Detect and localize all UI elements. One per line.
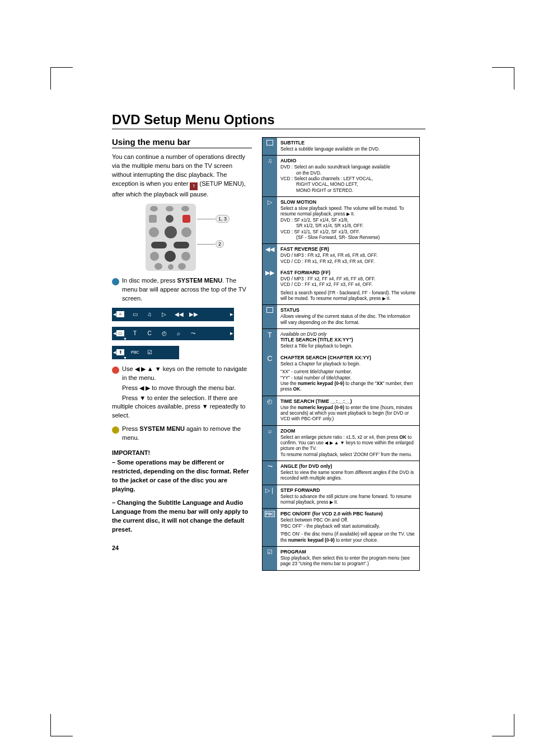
table-row: ▷SLOW MOTIONSelect a slow playback speed… <box>263 197 419 244</box>
table-cell-text: PBC ON/OFF (for VCD 2.0 with PBC feature… <box>277 509 419 546</box>
table-row: ◀◀FAST REVERSE (FR)DVD / MP3 : FR x2, FR… <box>263 244 419 267</box>
important-heading: IMPORTANT! <box>112 449 252 456</box>
bar-icon: ≡ <box>116 311 124 317</box>
table-row: STATUSAllows viewing of the current stat… <box>263 305 419 329</box>
bar-icon: ⬆ <box>116 349 124 355</box>
bar-icon: ▷ <box>160 311 168 317</box>
step-number-1: 1 <box>112 278 119 285</box>
table-row: PBCPBC ON/OFF (for VCD 2.0 with PBC feat… <box>263 509 419 546</box>
table-cell-text: CHAPTER SEARCH (CHAPTER XX:YY)Select a C… <box>277 353 419 396</box>
bar-icon: ♫ <box>146 311 153 317</box>
page-title: DVD Setup Menu Options <box>112 112 425 129</box>
table-row: ▷❘STEP FORWARDSelect to advance the stil… <box>263 485 419 509</box>
bar-icon: ⌕ <box>175 330 182 336</box>
step-number-2: 2 <box>112 367 119 374</box>
crop-mark <box>50 714 73 736</box>
bar-icon: C <box>146 330 153 336</box>
menu-bar-illustration: ◀ ≡ ▭ ♫ ▷ ◀◀ ▶▶ ▶ ◀ ▭ ▼ T C ◴ ⌕ <box>112 308 234 359</box>
intro-text: You can continue a number of operations … <box>112 153 252 199</box>
angle-icon: ⤳ <box>263 461 277 485</box>
table-row: ⤳ANGLE (for DVD only)Select to view the … <box>263 461 419 485</box>
table-row: ♫AUDIODVD : Select an audio soundtrack l… <box>263 156 419 197</box>
ff-icon: ▶▶ <box>263 267 277 304</box>
table-cell-text: FAST REVERSE (FR)DVD / MP3 : FR x2, FR x… <box>277 244 419 267</box>
program-icon: ☑ <box>263 547 277 570</box>
important-p1: – Some operations may be different or re… <box>112 458 252 494</box>
table-cell-text: STEP FORWARDSelect to advance the still … <box>277 485 419 509</box>
section-heading: Using the menu bar <box>112 137 252 148</box>
table-cell-text: Available on DVD onlyTITLE SEARCH (TITLE… <box>277 329 419 353</box>
left-column: Using the menu bar You can continue a nu… <box>112 137 252 571</box>
setup-menu-icon: T <box>190 182 198 190</box>
callout-2: 2 <box>216 240 224 248</box>
crop-mark <box>50 67 73 90</box>
bar-icon: ◀◀ <box>175 311 182 317</box>
step-icon: ▷❘ <box>263 485 277 509</box>
bar-icon: PBC <box>131 350 139 354</box>
table-row: ▶▶FAST FORWARD (FF)DVD / MP3 : FF x2, FF… <box>263 267 419 305</box>
time-icon: ◴ <box>263 396 277 425</box>
table-row: ⌕ZOOMSelect an enlarge picture ratio : x… <box>263 426 419 461</box>
table-cell-text: AUDIODVD : Select an audio soundtrack la… <box>277 156 419 196</box>
step-2b: Press ◀ ▶ to move through the menu bar. <box>122 384 252 393</box>
crop-mark <box>492 714 514 736</box>
table-cell-text: TIME SEARCH (TIME __:__:__)Use the numer… <box>277 396 419 425</box>
table-row: TAvailable on DVD onlyTITLE SEARCH (TITL… <box>263 329 419 353</box>
step-3: 3 Press SYSTEM MENU again to remove the … <box>122 425 252 443</box>
table-cell-text: STATUSAllows viewing of the current stat… <box>277 305 419 328</box>
table-cell-text: ZOOMSelect an enlarge picture ratio : x1… <box>277 426 419 461</box>
slow-icon: ▷ <box>263 197 277 243</box>
bar-icon: T <box>131 330 139 336</box>
table-row: ◴TIME SEARCH (TIME __:__:__)Use the nume… <box>263 396 419 426</box>
callout-1-3: 1, 3 <box>216 215 229 223</box>
table-cell-text: SLOW MOTIONSelect a slow playback speed.… <box>277 197 419 243</box>
important-p2: – Changing the Subtitle Language and Aud… <box>112 499 252 534</box>
remote-illustration: 1, 3 2 <box>134 204 229 271</box>
table-row: CCHAPTER SEARCH (CHAPTER XX:YY)Select a … <box>263 353 419 396</box>
bar-icon: ▭ <box>131 311 139 317</box>
right-column: SUBTITLESelect a subtitle language avail… <box>262 137 420 571</box>
audio-icon: ♫ <box>263 156 277 196</box>
table-cell-text: FAST FORWARD (FF)DVD / MP3 : FF x2, FF x… <box>277 267 419 304</box>
step-1: 1 In disc mode, press SYSTEM MENU. The m… <box>122 276 252 303</box>
zoom-icon: ⌕ <box>263 426 277 461</box>
bar-icon: ▭ <box>116 330 124 336</box>
subtitle-icon <box>263 138 277 155</box>
page-number: 24 <box>112 544 252 551</box>
title-icon: T <box>263 329 277 353</box>
step-2c: Press ▼ to enter the selection. If there… <box>112 394 252 421</box>
crop-mark <box>492 67 514 90</box>
table-row: ☑PROGRAMStop playback, then select this … <box>263 547 419 570</box>
chapter-icon: C <box>263 353 277 396</box>
bar-icon: ☑ <box>146 349 153 355</box>
table-row: SUBTITLESelect a subtitle language avail… <box>263 138 419 156</box>
feature-table: SUBTITLESelect a subtitle language avail… <box>262 137 420 571</box>
step-number-3: 3 <box>112 426 119 434</box>
table-cell-text: SUBTITLESelect a subtitle language avail… <box>277 138 419 155</box>
bar-icon: ▶▶ <box>189 311 197 317</box>
table-cell-text: ANGLE (for DVD only)Select to view the s… <box>277 461 419 485</box>
step-2: 2 Use ◀ ▶ ▲ ▼ keys on the remote to navi… <box>122 365 252 383</box>
fr-icon: ◀◀ <box>263 244 277 267</box>
bar-icon: ⤳ <box>189 330 197 336</box>
bar-icon: ◴ <box>160 330 168 336</box>
table-cell-text: PROGRAMStop playback, then select this t… <box>277 547 419 570</box>
pbc-icon: PBC <box>263 509 277 546</box>
important-block: IMPORTANT! – Some operations may be diff… <box>112 449 252 534</box>
status-icon <box>263 305 277 328</box>
